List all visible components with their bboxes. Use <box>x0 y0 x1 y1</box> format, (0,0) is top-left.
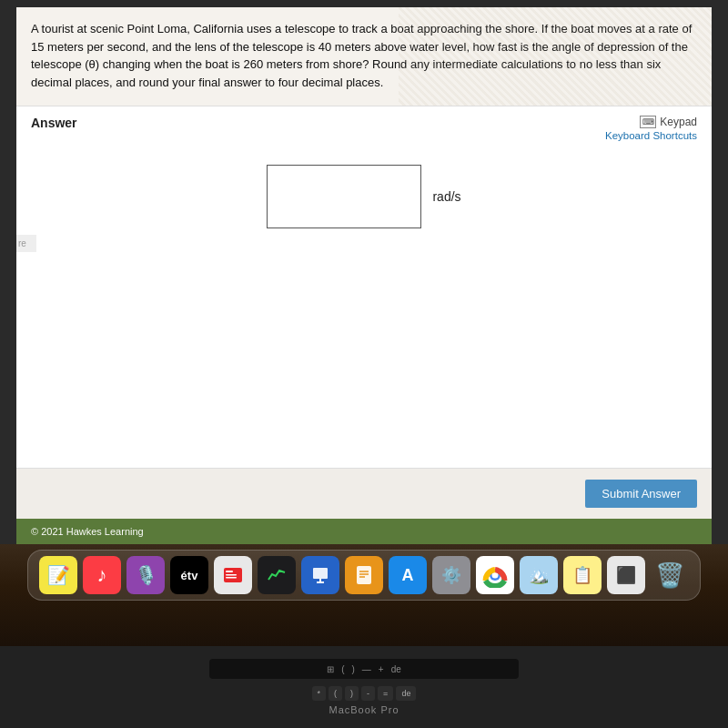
left-partial-text: re <box>16 235 36 252</box>
laptop-screen-bezel: A tourist at scenic Point Loma, Californ… <box>0 0 728 564</box>
footer-bar: © 2021 Hawkes Learning <box>16 519 712 544</box>
key-paren-open[interactable]: ( <box>329 686 342 701</box>
svg-rect-3 <box>226 577 237 579</box>
answer-label: Answer <box>31 116 77 130</box>
svg-rect-7 <box>357 566 371 584</box>
svg-rect-1 <box>226 571 233 572</box>
svg-rect-2 <box>226 574 237 576</box>
keyboard-row: * ( ) - = de <box>312 686 417 701</box>
svg-rect-4 <box>313 568 328 579</box>
key-paren-close[interactable]: ) <box>345 686 359 701</box>
macbook-model-text: MacBook Pro <box>329 704 399 715</box>
laptop-bottom: ⊞ ( ) — + de * ( ) - = de MacBook Pro <box>0 646 728 728</box>
touchbar-minus: — <box>362 664 371 674</box>
keypad-icon: ⌨ <box>640 116 656 128</box>
screen-content: A tourist at scenic Point Loma, Californ… <box>16 7 712 544</box>
music-dock-icon[interactable]: ♪ <box>83 556 121 594</box>
key-minus[interactable]: - <box>361 686 375 701</box>
tv-dock-icon[interactable]: étv <box>170 556 208 594</box>
answer-body: Answer ⌨ Keypad Keyboard Shortcuts rad/s <box>16 106 712 468</box>
keynote-dock-icon[interactable] <box>301 556 339 594</box>
key-de[interactable]: de <box>396 686 416 701</box>
touchbar-paren-close: ) <box>352 664 355 674</box>
keypad-area: ⌨ Keypad Keyboard Shortcuts <box>605 116 697 141</box>
key-equals[interactable]: = <box>378 686 393 701</box>
appstore-dock-icon[interactable]: A <box>389 556 427 594</box>
touchbar-clone-icon: ⊞ <box>327 664 334 674</box>
notes-dock-icon[interactable]: 📝 <box>39 556 77 594</box>
news-dock-icon[interactable] <box>214 556 252 594</box>
settings-dock-icon[interactable]: ⚙️ <box>432 556 470 594</box>
submit-area: Submit Answer <box>16 468 712 519</box>
submit-button[interactable]: Submit Answer <box>585 480 697 508</box>
stocks-dock-icon[interactable] <box>258 556 296 594</box>
photos-dock-icon[interactable]: 🏔️ <box>520 556 558 594</box>
answer-header: Answer ⌨ Keypad Keyboard Shortcuts <box>16 106 712 147</box>
touchbar-extra: de <box>391 664 401 674</box>
unit-label: rad/s <box>432 189 460 204</box>
touchbar-paren-open: ( <box>341 664 344 674</box>
touchbar-plus: + <box>379 664 384 674</box>
keyboard-shortcuts-link[interactable]: Keyboard Shortcuts <box>605 130 697 141</box>
question-area: A tourist at scenic Point Loma, Californ… <box>16 7 712 106</box>
answer-input[interactable] <box>267 165 421 228</box>
podcasts-dock-icon[interactable]: 🎙️ <box>126 556 165 594</box>
roblox-dock-icon[interactable]: ⬛ <box>607 556 645 594</box>
pages-dock-icon[interactable] <box>345 556 383 594</box>
keypad-label: Keypad <box>660 116 697 128</box>
notes2-dock-icon[interactable]: 📋 <box>563 556 602 594</box>
key-asterisk[interactable]: * <box>312 686 327 701</box>
copyright-text: © 2021 Hawkes Learning <box>31 526 144 537</box>
touchbar[interactable]: ⊞ ( ) — + de <box>209 659 519 679</box>
chrome-dock-icon[interactable] <box>476 556 514 594</box>
dock-area: 📝 ♪ 🎙️ étv A ⚙️ 🏔️ 📋 ⬛ 🗑️ <box>0 544 728 649</box>
dock-bar: 📝 ♪ 🎙️ étv A ⚙️ 🏔️ 📋 ⬛ 🗑️ <box>27 550 701 601</box>
keypad-button[interactable]: ⌨ Keypad <box>640 116 697 128</box>
input-container: rad/s <box>16 147 712 256</box>
trash-dock-icon[interactable]: 🗑️ <box>651 556 689 594</box>
question-text: A tourist at scenic Point Loma, Californ… <box>31 20 697 91</box>
